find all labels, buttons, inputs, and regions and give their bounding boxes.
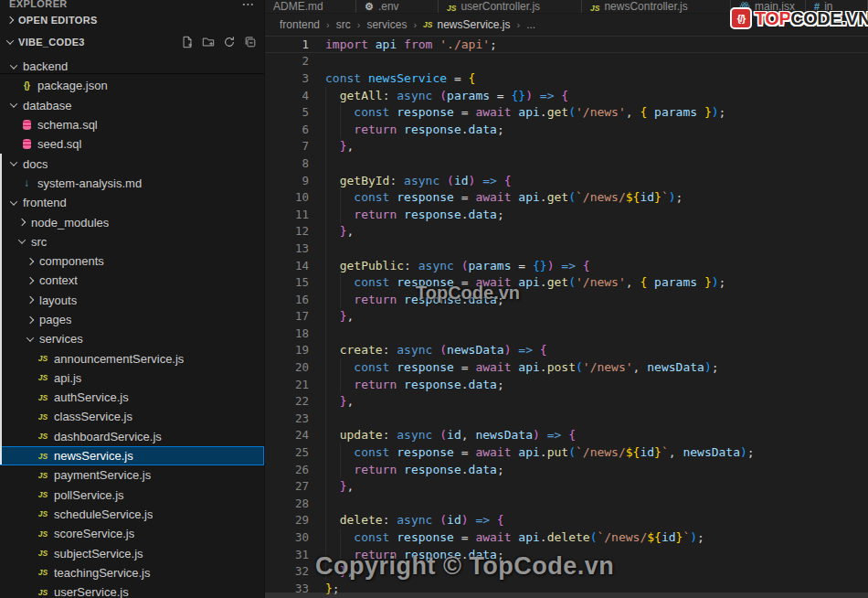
breadcrumb-file[interactable]: newsService.js — [437, 18, 510, 31]
tree-item-services[interactable]: services — [0, 329, 264, 348]
code-line-16[interactable]: 16 return response.data; — [265, 291, 868, 308]
token: update — [325, 428, 383, 442]
token: . — [461, 378, 469, 391]
line-content: create: async (newsData) => { — [325, 342, 868, 359]
indent-guide — [325, 223, 326, 240]
code-line-32[interactable]: 32 }, — [265, 562, 868, 580]
line-number: 18 — [265, 326, 309, 340]
code-line-19[interactable]: 19 create: async (newsData) => { — [265, 342, 868, 359]
new-file-icon[interactable] — [181, 36, 194, 48]
code-line-24[interactable]: 24 update: async (id, newsData) => { — [265, 427, 868, 444]
code-line-25[interactable]: 25 const response = await api.put(`/news… — [265, 443, 868, 461]
code-viewport[interactable]: 1import api from './api';23const newsSer… — [265, 36, 868, 598]
breadcrumb-more[interactable]: ... — [526, 18, 535, 31]
code-line-14[interactable]: 14 getPublic: async (params = {}) => { — [265, 257, 868, 274]
tab-newscontroller-js[interactable]: JSnewsController.js — [582, 0, 731, 14]
project-section[interactable]: VIBE_CODE3 — [0, 31, 264, 53]
code-line-3[interactable]: 3const newsService = { — [265, 69, 868, 87]
tab-usercontroller-js[interactable]: JSuserController.js — [439, 0, 582, 14]
code-line-15[interactable]: 15 const response = await api.get('/news… — [265, 273, 868, 291]
tree-item-docs[interactable]: docs — [0, 154, 264, 173]
tree-item-authservice-js[interactable]: JSauthService.js — [0, 388, 264, 407]
token: const — [325, 275, 389, 289]
chevron-right-icon — [26, 315, 34, 323]
code-line-10[interactable]: 10 const response = await api.get(`/news… — [265, 188, 868, 206]
tree-item-schema-sql[interactable]: schema.sql — [0, 115, 264, 134]
tree-item-pollservice-js[interactable]: JSpollService.js — [0, 486, 264, 505]
refresh-icon[interactable] — [223, 36, 236, 48]
topcode-logo-top: TOP — [755, 7, 790, 29]
tree-item-classservice-js[interactable]: JSclassService.js — [0, 407, 264, 426]
tree-item-dashboardservice-js[interactable]: JSdashboardService.js — [0, 427, 264, 446]
tree-item-teachingservice-js[interactable]: JSteachingService.js — [0, 563, 264, 582]
tree-item-components[interactable]: components — [0, 251, 264, 271]
tree-item-database[interactable]: database — [0, 96, 264, 115]
code-line-20[interactable]: 20 const response = await api.post('/new… — [265, 358, 868, 376]
tree-item-userservice-js[interactable]: JSuserService.js — [0, 582, 264, 598]
tab-env[interactable]: ⚙.env — [356, 0, 439, 14]
code-line-23[interactable]: 23 — [265, 410, 868, 427]
tree-item-package-json[interactable]: {}package.json — [0, 76, 264, 95]
code-line-31[interactable]: 31 return response.data; — [265, 546, 868, 563]
code-line-28[interactable]: 28 — [265, 495, 868, 512]
tree-item-node-modules[interactable]: node_modules — [0, 212, 264, 231]
tree-item-backend[interactable]: backend — [0, 57, 264, 76]
more-actions-icon[interactable]: ⋯ — [242, 0, 255, 9]
indent-guide — [325, 206, 326, 223]
tree-item-subjectservice-js[interactable]: JSsubjectService.js — [0, 543, 264, 562]
tree-item-seed-sql[interactable]: seed.sql — [0, 134, 264, 154]
code-line-2[interactable]: 2 — [265, 53, 868, 70]
code-line-27[interactable]: 27 }, — [265, 477, 868, 495]
token: ) — [504, 343, 512, 357]
tree-item-api-js[interactable]: JSapi.js — [0, 368, 264, 388]
code-line-1[interactable]: 1import api from './api'; — [265, 36, 868, 53]
code-line-22[interactable]: 22 }, — [265, 392, 868, 410]
code-line-30[interactable]: 30 const response = await api.delete(`/n… — [265, 529, 868, 546]
token: const — [325, 360, 389, 374]
js-file-icon: JS — [36, 568, 50, 577]
token: from — [397, 37, 432, 51]
code-line-6[interactable]: 6 return response.data; — [265, 121, 868, 138]
tree-item-announcementservice-js[interactable]: JSannouncementService.js — [0, 348, 264, 368]
new-folder-icon[interactable] — [202, 36, 215, 48]
tree-item-scheduleservice-js[interactable]: JSscheduleService.js — [0, 505, 264, 524]
tree-item-layouts[interactable]: layouts — [0, 291, 264, 310]
tree-item-paymentservice-js[interactable]: JSpaymentService.js — [0, 465, 264, 485]
code-line-9[interactable]: 9 getById: async (id) => { — [265, 172, 868, 189]
tree-item-pages[interactable]: pages — [0, 310, 264, 329]
code-line-13[interactable]: 13 — [265, 240, 868, 257]
tab-adme-md[interactable]: ADME.md — [265, 0, 356, 14]
breadcrumb-item-src[interactable]: src — [336, 18, 351, 31]
explorer-sidebar: EXPLORER ⋯ OPEN EDITORS VIBE_CODE3 backe… — [0, 0, 265, 598]
code-line-8[interactable]: 8 — [265, 155, 868, 172]
breadcrumb-item-frontend[interactable]: frontend — [280, 18, 320, 31]
code-line-18[interactable]: 18 — [265, 325, 868, 342]
code-line-11[interactable]: 11 return response.data; — [265, 206, 868, 223]
tree-item-newsservice-js[interactable]: JSnewsService.js — [0, 446, 264, 465]
tree-item-scoreservice-js[interactable]: JSscoreService.js — [0, 524, 264, 543]
code-line-7[interactable]: 7 }, — [265, 138, 868, 155]
code-line-26[interactable]: 26 return response.data; — [265, 461, 868, 478]
line-content: const response = await api.get('/news', … — [325, 273, 868, 291]
tree-item-context[interactable]: context — [0, 271, 264, 290]
code-line-4[interactable]: 4 getAll: async (params = {}) => { — [265, 87, 868, 104]
token: data — [469, 463, 497, 476]
code-line-21[interactable]: 21 return response.data; — [265, 376, 868, 393]
collapse-all-icon[interactable] — [244, 36, 257, 48]
indent-guide — [325, 512, 326, 529]
code-line-12[interactable]: 12 }, — [265, 223, 868, 240]
tree-item-frontend[interactable]: frontend — [0, 193, 264, 212]
tree-item-system-analysis-md[interactable]: ↓system-analysis.md — [0, 174, 264, 193]
code-line-29[interactable]: 29 delete: async (id) => { — [265, 512, 868, 529]
horizontal-scrollbar[interactable] — [265, 593, 868, 598]
token: api — [512, 530, 540, 544]
breadcrumb-item-services[interactable]: services — [366, 18, 407, 31]
token: . — [540, 445, 547, 459]
line-content: const response = await api.post('/news',… — [325, 358, 868, 376]
token: await — [469, 360, 512, 374]
tree-item-src[interactable]: src — [0, 232, 264, 251]
code-line-5[interactable]: 5 const response = await api.get('/news'… — [265, 103, 868, 121]
code-line-17[interactable]: 17 }, — [265, 308, 868, 326]
open-editors-section[interactable]: OPEN EDITORS — [0, 9, 264, 31]
token: import — [325, 37, 368, 51]
